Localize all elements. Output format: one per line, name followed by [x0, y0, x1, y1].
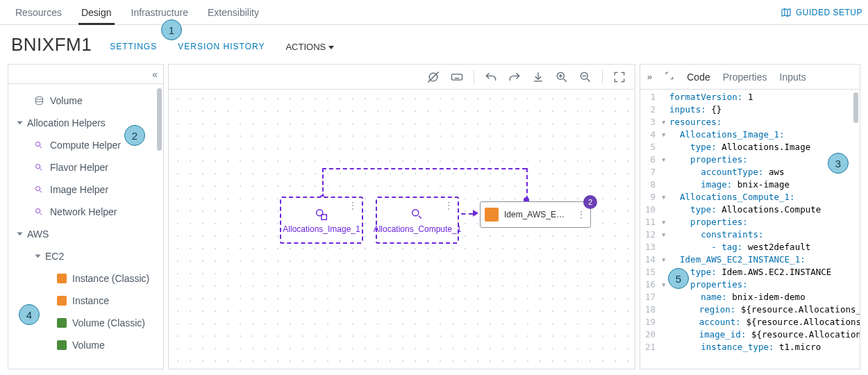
- instance-icon: [485, 208, 499, 222]
- design-canvas-panel: ⋮ Allocations_Image_1 ⋮ Allocations_Comp…: [168, 64, 635, 369]
- notification-badge: 2: [583, 195, 597, 209]
- tab-inputs[interactable]: Inputs: [780, 72, 806, 83]
- node-allocations-compute[interactable]: ⋮ Allocations_Compute_1: [376, 197, 459, 244]
- callout-3: 3: [828, 153, 849, 174]
- tab-properties[interactable]: Properties: [723, 72, 767, 83]
- kebab-icon[interactable]: ⋮: [576, 211, 586, 218]
- actions-menu[interactable]: ACTIONS: [285, 42, 334, 52]
- node-idem-aws-ec2[interactable]: Idem_AWS_E… ⋮ 2: [480, 201, 591, 228]
- tab-extensibility[interactable]: Extensibility: [198, 0, 269, 24]
- svg-rect-20: [322, 215, 326, 219]
- expand-right-icon[interactable]: »: [647, 72, 652, 82]
- blueprint-title: BNIXFM1: [11, 34, 92, 56]
- download-icon[interactable]: [531, 70, 545, 84]
- top-tabs: Resources Design Infrastructure Extensib…: [0, 0, 868, 25]
- fullscreen-icon[interactable]: [665, 71, 674, 83]
- tree-item-volume[interactable]: Volume: [8, 334, 163, 356]
- tree-group-aws[interactable]: AWS: [8, 223, 163, 245]
- code-editor[interactable]: 1 formatVersion: 1 2 inputs: {} 3▾resour…: [640, 90, 860, 369]
- tab-resources[interactable]: Resources: [6, 0, 72, 24]
- tree-item-network-helper[interactable]: Network Helper: [8, 201, 163, 223]
- tree-item-instance-classic[interactable]: Instance (Classic): [8, 267, 163, 290]
- settings-link[interactable]: SETTINGS: [110, 42, 157, 51]
- tab-design[interactable]: Design: [72, 0, 122, 24]
- callout-1: 1: [161, 19, 182, 40]
- redo-icon[interactable]: [508, 70, 521, 84]
- svg-line-17: [587, 78, 590, 81]
- chevron-down-icon: [17, 233, 23, 236]
- svg-point-3: [35, 186, 40, 190]
- chevron-down-icon: [35, 255, 41, 258]
- kebab-icon[interactable]: ⋮: [348, 202, 358, 209]
- node-allocations-image[interactable]: ⋮ Allocations_Image_1: [280, 197, 363, 244]
- zoom-in-icon[interactable]: [555, 70, 569, 84]
- instance-icon: [57, 296, 67, 306]
- target-icon[interactable]: [426, 70, 440, 84]
- callout-4: 4: [19, 304, 40, 325]
- fullscreen-icon[interactable]: [612, 70, 626, 84]
- tree-item-volume-top[interactable]: Volume: [8, 90, 163, 112]
- canvas[interactable]: ⋮ Allocations_Image_1 ⋮ Allocations_Comp…: [169, 90, 635, 369]
- database-icon: [33, 95, 44, 106]
- version-history-link[interactable]: VERSION HISTORY: [178, 42, 265, 51]
- kebab-icon[interactable]: ⋮: [444, 202, 453, 209]
- volume-icon: [57, 318, 67, 328]
- chevron-down-icon: [17, 122, 23, 125]
- instance-icon: [57, 274, 67, 283]
- canvas-toolbar: [169, 65, 635, 90]
- compute-helper-icon: [33, 140, 44, 151]
- flavor-helper-icon: [33, 162, 44, 173]
- volume-icon: [57, 340, 67, 350]
- map-icon: [781, 7, 792, 18]
- tab-infrastructure[interactable]: Infrastructure: [122, 0, 198, 24]
- image-helper-icon: [314, 207, 329, 224]
- svg-rect-7: [452, 74, 462, 79]
- svg-point-2: [35, 164, 40, 168]
- compute-helper-icon: [410, 207, 425, 224]
- keyboard-icon[interactable]: [450, 70, 464, 84]
- svg-point-4: [35, 208, 40, 212]
- svg-point-1: [35, 142, 40, 146]
- chevron-down-icon: [328, 46, 334, 49]
- collapse-left-icon[interactable]: «: [152, 69, 158, 80]
- guided-setup-link[interactable]: GUIDED SETUP: [781, 7, 862, 18]
- scrollbar-thumb[interactable]: [853, 92, 858, 123]
- tab-code[interactable]: Code: [687, 72, 710, 83]
- image-helper-icon: [33, 184, 44, 195]
- tree-item-image-helper[interactable]: Image Helper: [8, 178, 163, 201]
- network-helper-icon: [33, 206, 44, 217]
- tree-group-ec2[interactable]: EC2: [8, 245, 163, 267]
- tree-item-flavor-helper[interactable]: Flavor Helper: [8, 156, 163, 178]
- svg-point-0: [35, 97, 42, 99]
- zoom-out-icon[interactable]: [578, 70, 592, 84]
- scrollbar-thumb[interactable]: [157, 88, 162, 151]
- title-row: BNIXFM1 SETTINGS VERSION HISTORY ACTIONS: [0, 25, 868, 64]
- callout-5: 5: [668, 268, 689, 289]
- undo-icon[interactable]: [484, 70, 498, 84]
- svg-line-13: [564, 78, 567, 81]
- code-panel: » Code Properties Inputs 1 formatVersion…: [640, 64, 860, 369]
- svg-point-21: [412, 209, 419, 215]
- callout-2: 2: [124, 125, 145, 146]
